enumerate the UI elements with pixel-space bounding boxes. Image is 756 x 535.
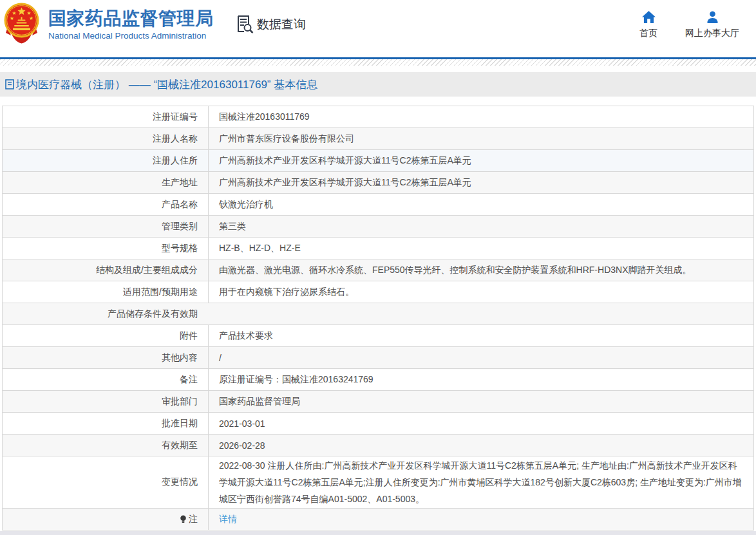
- row-label: 注: [3, 509, 208, 530]
- table-row: 产品名称钬激光治疗机: [3, 194, 753, 216]
- national-emblem-logo: [3, 1, 40, 44]
- info-table: 注册证编号国械注准20163011769注册人名称广州市普东医疗设备股份有限公司…: [2, 106, 754, 530]
- page-title: 境内医疗器械（注册） —— “国械注准20163011769” 基本信息: [16, 77, 317, 92]
- row-value: 国家药品监督管理局: [208, 391, 753, 412]
- bulb-icon: [180, 515, 187, 523]
- row-value: 广州市普东医疗设备股份有限公司: [208, 128, 753, 149]
- row-label: 产品名称: [3, 194, 208, 215]
- row-label: 注册证编号: [3, 106, 208, 127]
- row-label: 结构及组成/主要组成成分: [3, 259, 208, 281]
- row-value: HZ-B、HZ-D、HZ-E: [208, 238, 753, 259]
- row-value: 国械注准20163011769: [208, 106, 753, 127]
- nav-hall-label: 网上办事大厅: [685, 28, 739, 39]
- bottom-strip: [0, 531, 756, 535]
- brand-title-en: National Medical Products Administration: [48, 31, 214, 41]
- user-icon: [706, 11, 719, 23]
- brand: 国家药品监督管理局 National Medical Products Admi…: [48, 8, 214, 41]
- row-label: 型号规格: [3, 238, 208, 259]
- page-title-band: 境内医疗器械（注册） —— “国械注准20163011769” 基本信息: [0, 72, 756, 97]
- table-row: 型号规格HZ-B、HZ-D、HZ-E: [3, 238, 753, 259]
- nav-hall[interactable]: 网上办事大厅: [670, 11, 754, 39]
- data-query[interactable]: 数据查询: [236, 15, 306, 33]
- row-value: 由激光器、激光电源、循环水冷系统、FEP550传导光纤、控制系统和安全防护装置系…: [208, 259, 753, 281]
- row-value: 2022-08-30 注册人住所由:广州高新技术产业开发区科学城开源大道11号C…: [208, 456, 753, 508]
- row-label: 有效期至: [3, 435, 208, 456]
- table-row: 其他内容/: [3, 347, 753, 369]
- table-row: 注册人住所广州高新技术产业开发区科学城开源大道11号C2栋第五层A单元: [3, 150, 753, 172]
- row-label: 生产地址: [3, 172, 208, 193]
- nav-home-label: 首页: [639, 28, 657, 39]
- table-row: 变更情况2022-08-30 注册人住所由:广州高新技术产业开发区科学城开源大道…: [3, 456, 753, 509]
- table-row: 审批部门国家药品监督管理局: [3, 391, 753, 413]
- row-value: 用于在内窥镜下治疗泌尿系结石。: [208, 281, 753, 303]
- table-row: 生产地址广州高新技术产业开发区科学城开源大道11号C2栋第五层A单元: [3, 172, 753, 194]
- table-row: 产品储存条件及有效期: [3, 303, 753, 325]
- row-value: /: [208, 347, 753, 368]
- table-row: 注详情: [3, 509, 753, 530]
- row-value: 广州高新技术产业开发区科学城开源大道11号C2栋第五层A单元: [208, 150, 753, 171]
- table-row: 注册人名称广州市普东医疗设备股份有限公司: [3, 128, 753, 150]
- row-label: 其他内容: [3, 347, 208, 368]
- row-value: 2021-03-01: [208, 413, 753, 434]
- header: 国家药品监督管理局 National Medical Products Admi…: [0, 0, 756, 57]
- table-row: 适用范围/预期用途用于在内窥镜下治疗泌尿系结石。: [3, 281, 753, 303]
- table-row: 管理类别第三类: [3, 216, 753, 238]
- table-row: 注册证编号国械注准20163011769: [3, 106, 753, 128]
- row-label: 备注: [3, 369, 208, 390]
- row-label: 注册人名称: [3, 128, 208, 149]
- nav-home[interactable]: 首页: [629, 11, 668, 39]
- data-query-icon: [236, 15, 254, 33]
- home-icon: [642, 11, 656, 23]
- row-value: 广州高新技术产业开发区科学城开源大道11号C2栋第五层A单元: [208, 172, 753, 193]
- row-label: 变更情况: [3, 456, 208, 508]
- row-label: 批准日期: [3, 413, 208, 434]
- row-label: 附件: [3, 325, 208, 346]
- detail-link[interactable]: 详情: [219, 514, 237, 525]
- row-value: 详情: [208, 509, 753, 530]
- row-value: 钬激光治疗机: [208, 194, 753, 215]
- row-label: 适用范围/预期用途: [3, 281, 208, 303]
- row-label: 审批部门: [3, 391, 208, 412]
- row-value: 2026-02-28: [208, 435, 753, 456]
- row-label: 注册人住所: [3, 150, 208, 171]
- row-value: 第三类: [208, 216, 753, 237]
- row-label: 管理类别: [3, 216, 208, 237]
- row-value: 产品技术要求: [208, 325, 753, 346]
- table-row: 备注原注册证编号：国械注准20163241769: [3, 369, 753, 391]
- brand-title-cn: 国家药品监督管理局: [48, 8, 214, 30]
- document-icon: [5, 79, 14, 89]
- table-row: 附件产品技术要求: [3, 325, 753, 347]
- data-query-label: 数据查询: [257, 16, 306, 33]
- row-label: 产品储存条件及有效期: [3, 303, 208, 324]
- hatch-stripe: [0, 59, 756, 66]
- row-value: 原注册证编号：国械注准20163241769: [208, 369, 753, 390]
- row-value: [208, 303, 753, 324]
- table-row: 批准日期2021-03-01: [3, 413, 753, 435]
- table-row: 有效期至2026-02-28: [3, 435, 753, 456]
- table-row: 结构及组成/主要组成成分由激光器、激光电源、循环水冷系统、FEP550传导光纤、…: [3, 259, 753, 281]
